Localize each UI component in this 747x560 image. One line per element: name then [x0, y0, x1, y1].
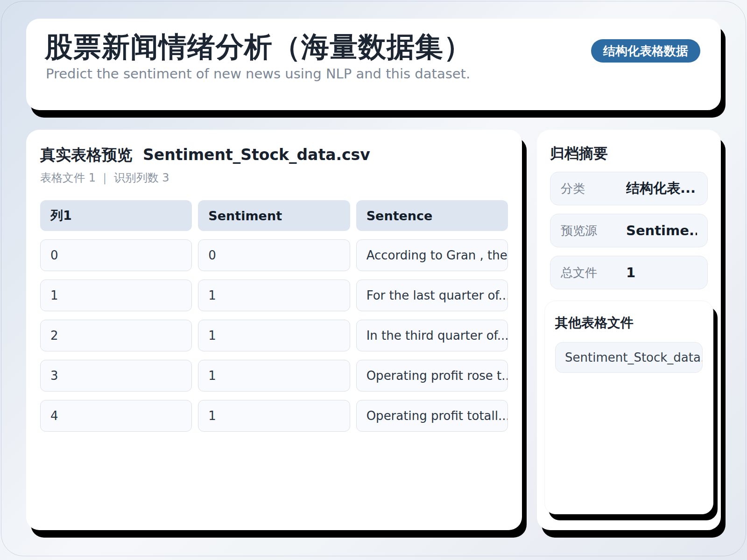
preview-title: 真实表格预览 — [40, 145, 133, 166]
column-header-cell: 列1 — [40, 200, 192, 231]
table-cell: 1 — [198, 400, 350, 432]
table-cell: According to Gran , the... — [356, 239, 508, 271]
summary-row: 分类结构化表... — [550, 172, 708, 205]
page-subtitle: Predict the sentiment of new news using … — [46, 66, 702, 82]
table-preview-card: 真实表格预览 Sentiment_Stock_data.csv 表格文件 1 ｜… — [26, 130, 522, 530]
preview-title-row: 真实表格预览 Sentiment_Stock_data.csv — [40, 145, 508, 166]
summary-label: 分类 — [561, 181, 626, 197]
file-list-item[interactable]: Sentiment_Stock_data.csv — [555, 342, 703, 373]
table-cell: In the third quarter of... — [356, 320, 508, 351]
preview-meta: 表格文件 1 ｜ 识别列数 3 — [40, 170, 508, 185]
table-cell: 1 — [198, 360, 350, 392]
table-cell: 0 — [198, 239, 350, 271]
table-cell: 1 — [198, 320, 350, 351]
archive-summary-title: 归档摘要 — [550, 144, 708, 163]
summary-label: 总文件 — [561, 265, 626, 281]
summary-list: 分类结构化表...预览源Sentime...总文件1 — [550, 172, 708, 289]
table-cell: 2 — [40, 320, 192, 351]
table-cell: Operating profit totall... — [356, 400, 508, 432]
header-card: 结构化表格数据 股票新闻情绪分析（海量数据集） Predict the sent… — [26, 19, 721, 110]
table-cell: 0 — [40, 239, 192, 271]
column-header-cell: Sentiment — [198, 200, 350, 231]
summary-label: 预览源 — [561, 223, 626, 239]
summary-row: 预览源Sentime... — [550, 214, 708, 247]
table-cell: 1 — [198, 280, 350, 311]
archive-summary-card: 归档摘要 分类结构化表...预览源Sentime...总文件1 其他表格文件 S… — [537, 130, 721, 530]
other-files-title: 其他表格文件 — [555, 314, 703, 332]
column-header-cell: Sentence — [356, 200, 508, 231]
table-cell: 3 — [40, 360, 192, 392]
summary-value: Sentime... — [626, 223, 697, 238]
table-cell: For the last quarter of... — [356, 280, 508, 311]
preview-table: 列1SentimentSentence00According to Gran ,… — [40, 200, 508, 432]
other-files-card: 其他表格文件 Sentiment_Stock_data.csv — [544, 301, 713, 514]
preview-filename: Sentiment_Stock_data.csv — [143, 146, 370, 164]
files-list: Sentiment_Stock_data.csv — [555, 342, 703, 373]
table-cell: Operating profit rose t... — [356, 360, 508, 392]
category-badge: 结构化表格数据 — [591, 39, 700, 63]
summary-row: 总文件1 — [550, 256, 708, 289]
table-cell: 1 — [40, 280, 192, 311]
table-cell: 4 — [40, 400, 192, 432]
summary-value: 结构化表... — [626, 179, 696, 198]
summary-value: 1 — [626, 265, 635, 280]
